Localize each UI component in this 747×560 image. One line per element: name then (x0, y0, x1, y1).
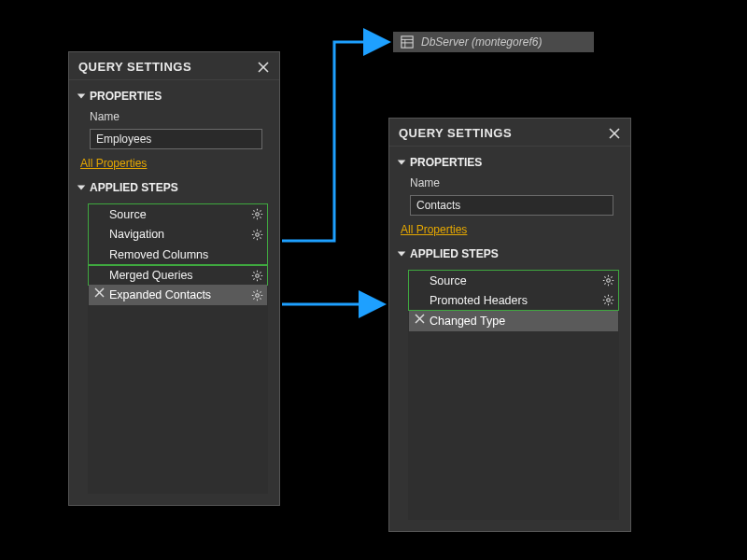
db-server-label: DbServer (montegoref6) (421, 35, 542, 49)
close-button[interactable] (257, 61, 270, 74)
applied-steps-section-header[interactable]: APPLIED STEPS (395, 244, 625, 264)
delete-step-icon[interactable] (94, 287, 106, 299)
all-properties-link[interactable]: All Properties (401, 223, 621, 236)
delete-step-icon[interactable] (415, 314, 426, 325)
query-settings-panel-left: QUERY SETTINGS PROPERTIES Name All Prope… (68, 51, 280, 506)
panel-header: QUERY SETTINGS (69, 52, 279, 80)
panel-header: QUERY SETTINGS (389, 119, 630, 147)
svg-point-8 (255, 273, 259, 277)
properties-label: PROPERTIES (90, 90, 162, 103)
name-field-label: Name (395, 175, 625, 191)
step-label: Expanded Contacts (109, 288, 250, 301)
close-button[interactable] (608, 127, 621, 140)
step-label: Changed Type (430, 315, 614, 328)
all-properties-link[interactable]: All Properties (80, 157, 270, 170)
properties-section-header[interactable]: PROPERTIES (395, 152, 625, 173)
panel-title: QUERY SETTINGS (399, 126, 512, 140)
caret-down-icon (398, 251, 406, 256)
gear-icon[interactable] (601, 294, 614, 307)
step-promoted-headers[interactable]: Promoted Headers (408, 290, 619, 311)
step-label: Navigation (109, 228, 250, 241)
svg-rect-0 (402, 36, 413, 48)
name-input[interactable] (90, 129, 262, 149)
svg-point-11 (255, 293, 259, 297)
panel-title: QUERY SETTINGS (78, 60, 191, 74)
step-label: Source (109, 208, 250, 221)
caret-down-icon (78, 93, 86, 98)
applied-steps-section-header[interactable]: APPLIED STEPS (75, 177, 274, 198)
gear-icon[interactable] (250, 208, 263, 221)
query-settings-panel-right: QUERY SETTINGS PROPERTIES Name All Prope… (388, 118, 631, 532)
step-label: Source (430, 274, 601, 287)
caret-down-icon (78, 185, 86, 189)
step-source[interactable]: Source (408, 270, 619, 290)
properties-label: PROPERTIES (410, 156, 482, 169)
applied-steps-label: APPLIED STEPS (410, 247, 499, 260)
step-changed-type[interactable]: Changed Type (409, 311, 618, 331)
step-navigation[interactable]: Navigation (88, 224, 268, 245)
database-icon (401, 35, 414, 49)
step-label: Removed Columns (109, 248, 263, 261)
step-removed-columns[interactable]: Removed Columns (88, 245, 268, 265)
svg-point-7 (255, 232, 259, 236)
gear-icon[interactable] (250, 269, 263, 282)
step-merged-queries[interactable]: Merged Queries (88, 265, 268, 286)
applied-steps-list: Source Promoted Headers Changed Type (408, 270, 619, 520)
caret-down-icon (398, 160, 406, 164)
name-input[interactable] (410, 195, 613, 216)
properties-section-header[interactable]: PROPERTIES (75, 86, 274, 106)
step-source[interactable]: Source (88, 203, 268, 224)
gear-icon[interactable] (250, 288, 263, 301)
applied-steps-label: APPLIED STEPS (90, 181, 178, 194)
gear-icon[interactable] (250, 228, 263, 241)
step-label: Merged Queries (109, 269, 250, 282)
gear-icon[interactable] (601, 274, 614, 287)
applied-steps-list: Source Navigation Removed Columns Merged… (88, 203, 268, 494)
db-server-tag[interactable]: DbServer (montegoref6) (393, 32, 594, 52)
step-label: Promoted Headers (430, 294, 601, 307)
svg-point-6 (255, 213, 259, 217)
panel-body: PROPERTIES Name All Properties APPLIED S… (389, 147, 630, 531)
panel-body: PROPERTIES Name All Properties APPLIED S… (69, 80, 279, 505)
step-expanded-contacts[interactable]: Expanded Contacts (89, 285, 267, 305)
svg-point-15 (606, 299, 610, 302)
name-field-label: Name (75, 108, 274, 125)
svg-point-14 (606, 279, 610, 283)
